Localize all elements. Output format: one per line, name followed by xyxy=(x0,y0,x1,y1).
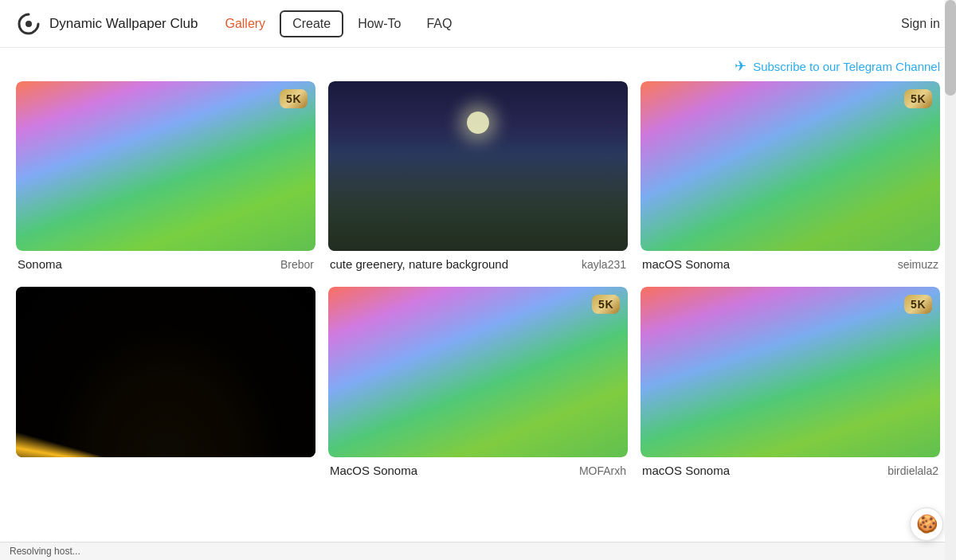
card-wallpaper-preview xyxy=(16,81,315,251)
card-wallpaper-preview xyxy=(328,287,628,456)
card-author: Brebor xyxy=(280,258,314,271)
gallery-card[interactable]: cute greenery, nature backgroundkayla231 xyxy=(328,81,628,274)
resolution-badge: 5K xyxy=(280,89,308,108)
card-wallpaper-preview xyxy=(641,81,940,251)
card-image-wrap: 5K xyxy=(328,287,628,456)
card-meta: MacOS SonomaMOFArxh xyxy=(328,457,628,480)
status-text: Resolving host... xyxy=(10,546,80,557)
sign-in-button[interactable]: Sign in xyxy=(901,17,940,31)
card-title: macOS Sonoma xyxy=(642,257,730,271)
gallery-card[interactable] xyxy=(16,287,315,480)
logo-area[interactable]: Dynamic Wallpaper Club xyxy=(16,11,198,37)
card-image-wrap: 5K xyxy=(641,81,940,251)
card-title: macOS Sonoma xyxy=(642,464,730,477)
scrollbar-thumb[interactable] xyxy=(945,0,956,96)
card-wallpaper-preview xyxy=(641,287,940,456)
card-meta: macOS Sonomaseimuzz xyxy=(641,251,940,274)
cookie-icon: 🍪 xyxy=(916,514,938,535)
card-author: birdielala2 xyxy=(887,464,938,477)
card-meta: SonomaBrebor xyxy=(16,251,315,274)
card-image-wrap: 5K xyxy=(641,287,940,456)
site-title: Dynamic Wallpaper Club xyxy=(49,16,198,32)
resolution-badge: 5K xyxy=(904,89,932,108)
gallery-grid: 5KSonomaBreborcute greenery, nature back… xyxy=(0,81,956,496)
resolution-badge: 5K xyxy=(592,295,620,314)
gallery-card[interactable]: 5KmacOS Sonomabirdielala2 xyxy=(641,287,940,480)
telegram-link[interactable]: Subscribe to our Telegram Channel xyxy=(753,60,940,73)
resolution-badge: 5K xyxy=(904,295,932,314)
card-author: kayla231 xyxy=(582,258,626,271)
card-image-wrap: 5K xyxy=(16,81,315,251)
nav-howto[interactable]: How-To xyxy=(347,12,412,36)
card-title: cute greenery, nature background xyxy=(330,257,508,271)
svg-point-0 xyxy=(25,21,32,27)
nav-create[interactable]: Create xyxy=(280,10,343,37)
cookie-button[interactable]: 🍪 xyxy=(910,507,943,541)
header: Dynamic Wallpaper Club Gallery Create Ho… xyxy=(0,0,956,48)
card-meta: macOS Sonomabirdielala2 xyxy=(641,457,940,480)
nav-faq[interactable]: FAQ xyxy=(415,12,463,36)
card-author: MOFArxh xyxy=(579,464,626,477)
card-image-wrap xyxy=(16,287,315,456)
card-author: seimuzz xyxy=(898,258,938,271)
gallery-card[interactable]: 5KmacOS Sonomaseimuzz xyxy=(641,81,940,274)
card-title: Sonoma xyxy=(18,257,62,271)
status-bar: Resolving host... xyxy=(0,542,956,560)
card-meta: cute greenery, nature backgroundkayla231 xyxy=(328,251,628,274)
gallery-card[interactable]: 5KSonomaBrebor xyxy=(16,81,315,274)
card-title: MacOS Sonoma xyxy=(330,464,417,477)
telegram-icon: ✈ xyxy=(735,57,746,75)
main-nav: Gallery Create How-To FAQ xyxy=(214,10,463,37)
telegram-banner: ✈ Subscribe to our Telegram Channel xyxy=(0,48,956,81)
nav-gallery[interactable]: Gallery xyxy=(214,12,276,36)
scrollbar-track[interactable] xyxy=(945,0,956,560)
card-image-wrap xyxy=(328,81,628,251)
gallery-card[interactable]: 5KMacOS SonomaMOFArxh xyxy=(328,287,628,480)
logo-icon xyxy=(16,11,41,37)
card-wallpaper-preview xyxy=(328,81,628,251)
